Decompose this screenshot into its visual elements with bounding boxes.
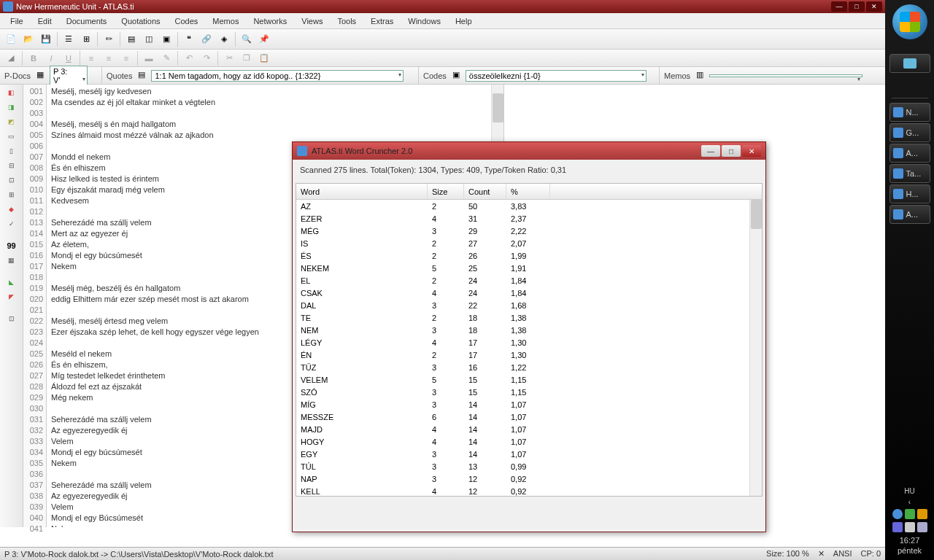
sidebar-tool-5[interactable]: ▯ xyxy=(1,144,22,158)
tray-icon-2[interactable] xyxy=(905,509,915,519)
menu-tools[interactable]: Tools xyxy=(330,15,363,27)
sidebar-tool-6[interactable]: ⊟ xyxy=(1,159,22,172)
taskbar-item[interactable]: G... xyxy=(889,123,930,142)
sidebar-tool-14[interactable]: ⊡ xyxy=(1,312,22,325)
sidebar-tool-13[interactable]: ◤ xyxy=(1,290,22,303)
list-icon[interactable]: ☰ xyxy=(61,31,77,47)
menu-file[interactable]: File xyxy=(3,15,31,27)
table-row[interactable]: LÉGY4171,30 xyxy=(296,336,762,349)
table-row[interactable]: KELL4120,92 xyxy=(296,485,762,496)
table-row[interactable]: HOGY4141,07 xyxy=(296,435,762,448)
volume-icon[interactable] xyxy=(917,522,927,532)
table-row[interactable]: EZER4312,37 xyxy=(296,212,762,225)
table-row[interactable]: EL2241,84 xyxy=(296,274,762,287)
table-row[interactable]: NEKEM5251,91 xyxy=(296,262,762,274)
dialog-close-button[interactable]: ✕ xyxy=(742,145,761,157)
menu-windows[interactable]: Windows xyxy=(401,15,448,27)
paste-icon[interactable]: 📋 xyxy=(256,50,272,66)
search-icon[interactable]: 🔍 xyxy=(239,31,255,47)
cut-icon[interactable]: ✂ xyxy=(221,50,237,66)
table-row[interactable]: MESSZE6141,07 xyxy=(296,411,762,423)
table-row[interactable]: TÚL3130,99 xyxy=(296,460,762,472)
col-size[interactable]: Size xyxy=(428,184,464,199)
table-row[interactable]: NAP3120,92 xyxy=(296,472,762,485)
maximize-button[interactable]: □ xyxy=(849,1,865,12)
table-row[interactable]: CSAK4241,84 xyxy=(296,287,762,299)
sidebar-tool-12[interactable]: ◣ xyxy=(1,276,22,289)
new-icon[interactable]: 📄 xyxy=(3,31,19,47)
table-scrollbar[interactable] xyxy=(749,200,762,496)
table-row[interactable]: VELEM5151,15 xyxy=(296,373,762,386)
align-right-icon[interactable]: ≡ xyxy=(118,50,134,66)
table-row[interactable]: ÉS2261,99 xyxy=(296,249,762,262)
col-word[interactable]: Word xyxy=(296,184,428,199)
bold-button[interactable]: B xyxy=(26,50,42,66)
sidebar-tool-8[interactable]: ⊞ xyxy=(1,188,22,201)
tree-icon[interactable]: ⊞ xyxy=(78,31,94,47)
table-row[interactable]: TŰZ3161,22 xyxy=(296,361,762,373)
taskbar-item[interactable]: A... xyxy=(889,205,930,224)
col-pct[interactable]: % xyxy=(506,184,550,199)
table-row[interactable]: MÍG3141,07 xyxy=(296,398,762,411)
dialog-maximize-button[interactable]: □ xyxy=(722,145,741,157)
table-row[interactable]: EGY3141,07 xyxy=(296,448,762,460)
table-row[interactable]: MÉG3292,22 xyxy=(296,225,762,237)
codes-dropdown[interactable]: összeölelkezni {1-0} xyxy=(466,70,647,82)
sidebar-tool-4[interactable]: ▭ xyxy=(1,130,22,143)
codes-icon[interactable]: ▣ xyxy=(452,70,464,82)
clock[interactable]: 16:27 péntek xyxy=(898,535,922,556)
menu-views[interactable]: Views xyxy=(294,15,330,27)
color-icon[interactable]: ▬ xyxy=(141,50,157,66)
table-row[interactable]: DAL3221,68 xyxy=(296,299,762,311)
align-left-icon[interactable]: ≡ xyxy=(83,50,99,66)
close-button[interactable]: ✕ xyxy=(866,1,882,12)
quotes-dropdown[interactable]: 1:1 Nem tagadom, hogy az idő kopog.. {1:… xyxy=(151,70,404,82)
italic-button[interactable]: I xyxy=(43,50,59,66)
sidebar-tool-9[interactable]: ◆ xyxy=(1,203,22,216)
table-row[interactable]: TE2181,38 xyxy=(296,311,762,324)
highlight2-icon[interactable]: ✎ xyxy=(158,50,174,66)
undo-icon[interactable]: ↶ xyxy=(181,50,197,66)
copy-icon[interactable]: ❐ xyxy=(239,50,255,66)
language-indicator[interactable]: HU xyxy=(904,487,914,495)
col-count[interactable]: Count xyxy=(464,184,506,199)
menu-networks[interactable]: Networks xyxy=(246,15,294,27)
tray-chevron-icon[interactable]: ‹ xyxy=(908,498,911,506)
table-row[interactable]: MAJD4141,07 xyxy=(296,423,762,435)
taskbar-item[interactable]: Ta... xyxy=(889,164,930,183)
link-icon[interactable]: 🔗 xyxy=(198,31,215,47)
network-icon[interactable]: ◫ xyxy=(141,31,157,47)
sidebar-tool-1[interactable]: ◧ xyxy=(1,86,22,99)
dialog-titlebar[interactable]: ATLAS.ti Word Cruncher 2.0 — □ ✕ xyxy=(293,142,765,160)
tray-icon-3[interactable] xyxy=(917,509,927,519)
sidebar-tool-7[interactable]: ⊡ xyxy=(1,174,22,187)
tray-icon-4[interactable] xyxy=(892,522,903,532)
minimize-button[interactable]: — xyxy=(831,1,847,12)
quote-icon[interactable]: ❝ xyxy=(181,31,197,47)
menu-memos[interactable]: Memos xyxy=(205,15,246,27)
menu-quotations[interactable]: Quotations xyxy=(114,15,167,27)
pdocs-icon[interactable]: ▦ xyxy=(36,70,48,82)
font-icon[interactable]: ◢ xyxy=(3,50,19,66)
sidebar-99[interactable]: 99 xyxy=(1,239,22,252)
sidebar-tool-2[interactable]: ◨ xyxy=(1,101,22,114)
quotes-icon[interactable]: ▤ xyxy=(138,70,150,82)
tray-icon-1[interactable] xyxy=(892,509,903,519)
taskbar-item[interactable]: N... xyxy=(889,103,930,122)
show-desktop-button[interactable] xyxy=(889,54,930,73)
taskbar-item[interactable]: H... xyxy=(889,184,930,203)
underline-button[interactable]: U xyxy=(61,50,77,66)
menu-extras[interactable]: Extras xyxy=(363,15,401,27)
sidebar-tool-10[interactable]: ✓ xyxy=(1,217,22,230)
table-row[interactable]: AZ2503,83 xyxy=(296,200,762,212)
memos-dropdown[interactable] xyxy=(709,74,862,77)
redo-icon[interactable]: ↷ xyxy=(198,50,215,66)
menu-help[interactable]: Help xyxy=(448,15,479,27)
table-row[interactable]: ÉN2171,30 xyxy=(296,349,762,361)
sidebar-tool-3[interactable]: ◩ xyxy=(1,115,22,128)
taskbar-item[interactable]: A... xyxy=(889,144,930,163)
graph-icon[interactable]: ◈ xyxy=(216,31,232,47)
sidebar-tool-11[interactable]: ▦ xyxy=(1,254,22,267)
menu-codes[interactable]: Codes xyxy=(168,15,206,27)
save-icon[interactable]: 💾 xyxy=(38,31,54,47)
